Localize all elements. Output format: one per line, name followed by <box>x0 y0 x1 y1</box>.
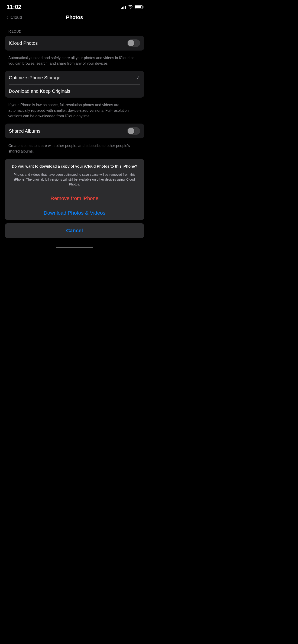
main-content: ICLOUD iCloud Photos Automatically uploa… <box>0 24 149 159</box>
icloud-photos-card: iCloud Photos <box>5 36 144 50</box>
cancel-card: Cancel <box>5 223 144 238</box>
cancel-button[interactable]: Cancel <box>5 223 144 238</box>
icloud-photos-description: Automatically upload and safely store al… <box>5 53 144 71</box>
toggle-knob <box>128 40 134 46</box>
status-time: 11:02 <box>7 4 21 11</box>
home-indicator <box>0 243 149 250</box>
remove-from-iphone-button[interactable]: Remove from iPhone <box>5 191 144 206</box>
optimize-storage-label: Optimize iPhone Storage <box>9 75 60 80</box>
wifi-icon <box>128 5 133 9</box>
action-sheet-title: Do you want to download a copy of your i… <box>9 164 140 169</box>
action-sheet-body: Photos and videos that have been optimiz… <box>9 172 140 187</box>
optimize-storage-row[interactable]: Optimize iPhone Storage ✓ <box>5 71 144 84</box>
shared-albums-description: Create albums to share with other people… <box>5 141 144 159</box>
home-bar <box>56 247 93 248</box>
checkmark-icon: ✓ <box>136 75 140 81</box>
icloud-photos-label: iCloud Photos <box>9 40 38 46</box>
storage-description: If your iPhone is low on space, full-res… <box>5 100 144 124</box>
icloud-section-label: ICLOUD <box>5 30 144 34</box>
icloud-photos-row[interactable]: iCloud Photos <box>5 36 144 50</box>
shared-albums-row[interactable]: Shared Albums <box>5 124 144 138</box>
battery-icon <box>135 5 143 9</box>
download-photos-button[interactable]: Download Photos & Videos <box>5 206 144 220</box>
shared-albums-label: Shared Albums <box>9 128 40 134</box>
shared-albums-toggle-knob <box>128 128 134 134</box>
nav-bar: ‹ iCloud Photos <box>0 12 149 24</box>
signal-icon <box>121 5 126 9</box>
back-button[interactable]: ‹ iCloud <box>7 14 22 20</box>
download-keep-row[interactable]: Download and Keep Originals <box>5 84 144 98</box>
icloud-photos-toggle[interactable] <box>127 40 140 47</box>
status-bar: 11:02 <box>0 0 149 12</box>
back-label: iCloud <box>10 15 22 20</box>
action-sheet: Do you want to download a copy of your i… <box>5 159 144 220</box>
back-chevron-icon: ‹ <box>7 14 8 20</box>
status-icons <box>121 5 143 9</box>
shared-albums-toggle[interactable] <box>127 127 140 135</box>
storage-options-card: Optimize iPhone Storage ✓ Download and K… <box>5 71 144 98</box>
page-title: Photos <box>66 14 83 20</box>
action-sheet-header: Do you want to download a copy of your i… <box>5 159 144 191</box>
action-sheet-overlay: Do you want to download a copy of your i… <box>0 159 149 238</box>
shared-albums-card: Shared Albums <box>5 124 144 138</box>
download-keep-label: Download and Keep Originals <box>9 88 70 94</box>
